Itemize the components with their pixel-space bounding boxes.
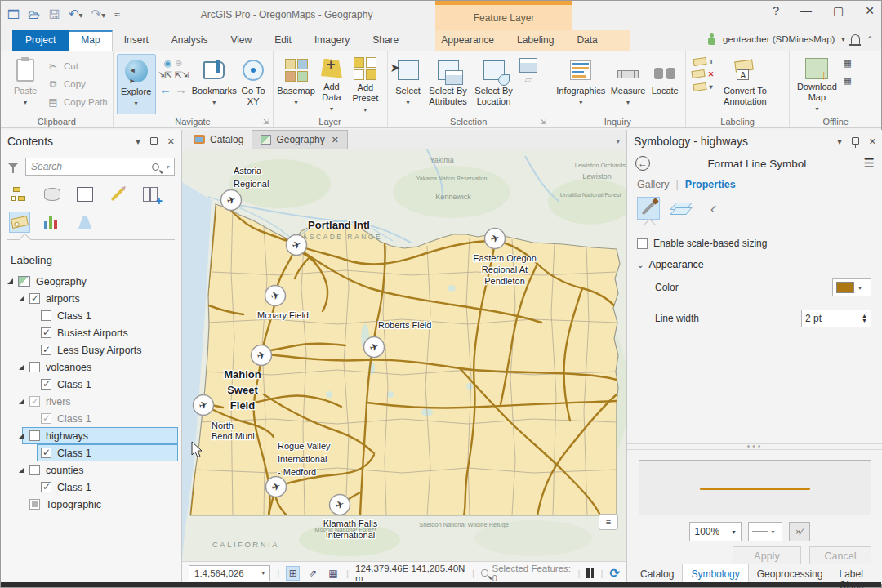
select-button[interactable]: ➤ Select▾ — [391, 54, 425, 114]
layer-tree-item-class-1[interactable]: Class 1 — [1, 307, 181, 324]
tab-data[interactable]: Data — [565, 30, 608, 51]
signed-in-user[interactable]: geoteacher (SDMinesMap) — [723, 34, 835, 44]
layer-checkbox[interactable] — [29, 362, 40, 372]
go-to-xy-button[interactable]: Go To XY — [238, 54, 270, 114]
preview-style-dropdown[interactable]: ▾ — [748, 522, 782, 541]
refresh-map-icon[interactable]: ⟳ — [609, 566, 620, 581]
expand-icon[interactable] — [19, 296, 24, 301]
preview-toggle-button[interactable]: ×∕ — [789, 522, 810, 541]
contents-pin-icon[interactable] — [150, 137, 158, 145]
fixed-zoom-in-icon[interactable]: ⇲⇱ — [158, 70, 172, 81]
list-by-perspective-icon[interactable] — [74, 212, 96, 233]
layer-checkbox[interactable] — [29, 293, 40, 304]
coordinate-readout[interactable]: 124,379.46E 141,285.40N m — [355, 564, 466, 583]
locate-button[interactable]: Locate — [648, 54, 682, 114]
list-by-charts-icon[interactable] — [42, 212, 63, 233]
expand-icon[interactable] — [19, 399, 24, 404]
tab-view[interactable]: View — [219, 30, 263, 51]
redo-icon[interactable]: ↷▾ — [91, 7, 106, 21]
close-button[interactable]: ✕ — [865, 4, 875, 17]
copy-path-button[interactable]: ▤Copy Path — [47, 95, 108, 109]
dock-tab-symbology[interactable]: Symbology — [682, 564, 748, 584]
clear-selection-icon[interactable]: ▱ — [524, 74, 531, 85]
layer-checkbox[interactable] — [41, 448, 51, 458]
contents-search-input[interactable]: Search ▾ — [25, 158, 175, 176]
view-tab-list-icon[interactable]: ▾ — [616, 137, 620, 145]
layer-tree-item-less-busy-airports[interactable]: Less Busy Airports — [1, 341, 181, 359]
preview-zoom-dropdown[interactable]: 100%▾ — [689, 522, 742, 541]
layer-tree-item-highways[interactable]: highways — [1, 427, 181, 444]
notifications-icon[interactable] — [851, 34, 860, 44]
symbology-menu-icon[interactable]: ▾ — [837, 136, 842, 147]
attribute-table-icon[interactable] — [519, 58, 537, 73]
maximize-button[interactable]: ▢ — [833, 4, 844, 17]
layers-tab-icon[interactable] — [670, 197, 693, 220]
globe-icon[interactable]: ◉ — [164, 58, 172, 69]
list-by-drawing-order-icon[interactable] — [9, 184, 30, 205]
list-by-data-source-icon[interactable] — [42, 184, 63, 205]
save-icon[interactable]: 🖫 — [48, 7, 60, 21]
layer-tree-item-geography[interactable]: Geography — [1, 273, 181, 290]
fixed-zoom-out-icon[interactable]: ⇱⇲ — [175, 70, 188, 81]
contents-menu-icon[interactable]: ▾ — [136, 136, 140, 147]
tab-labeling[interactable]: Labeling — [506, 30, 565, 51]
download-map-button[interactable]: Download Map▾ — [793, 54, 840, 114]
spin-down-icon[interactable]: ▼ — [862, 318, 867, 323]
layer-tree-item-rivers[interactable]: rivers — [1, 393, 181, 410]
paste-button[interactable]: Paste▾ — [4, 54, 47, 114]
more-labels-icon[interactable] — [693, 82, 706, 91]
panel-options-icon[interactable]: ☰ — [864, 156, 875, 171]
tab-analysis[interactable]: Analysis — [160, 30, 220, 51]
panel-splitter[interactable]: ••• — [627, 443, 882, 450]
dock-tab-label-class[interactable]: Label Class — [831, 564, 882, 584]
help-button[interactable]: ? — [773, 4, 779, 17]
tab-share[interactable]: Share — [361, 30, 410, 51]
layer-checkbox[interactable] — [41, 345, 51, 355]
dock-tab-geoprocessing[interactable]: Geoprocessing — [749, 564, 831, 584]
previous-extent-icon[interactable]: ← — [159, 82, 172, 96]
view-tab-geography[interactable]: Geography ✕ — [252, 130, 348, 149]
bookmarks-button[interactable]: Bookmarks▾ — [191, 54, 238, 114]
structure-tab-icon[interactable]: ⌐ — [702, 197, 725, 220]
filter-icon[interactable] — [7, 163, 19, 171]
copy-button[interactable]: ⧉Copy — [47, 77, 108, 91]
dock-tab-catalog[interactable]: Catalog — [632, 564, 682, 584]
infographics-button[interactable]: Infographics▾ — [554, 54, 608, 114]
symbology-close-icon[interactable]: ✕ — [869, 136, 876, 147]
map-canvas[interactable]: YakimaKennewickLewistonLewiston Orchards… — [182, 149, 626, 561]
list-by-display-icon[interactable] — [74, 184, 96, 205]
back-icon[interactable]: ← — [635, 156, 650, 171]
appearance-collapse-icon[interactable]: ⌄ — [637, 261, 644, 270]
user-dropdown-icon[interactable]: ▾ — [841, 36, 844, 43]
sync-map-icon[interactable]: ▦ — [843, 58, 851, 69]
layer-checkbox[interactable] — [41, 310, 51, 321]
layer-tree-item-busiest-airports[interactable]: Busiest Airports — [1, 324, 181, 341]
select-by-attributes-button[interactable]: Select By Attributes — [425, 54, 471, 114]
layer-checkbox[interactable] — [29, 396, 40, 407]
tab-gallery[interactable]: Gallery — [637, 179, 670, 190]
tab-edit[interactable]: Edit — [263, 30, 303, 51]
expand-icon[interactable] — [19, 467, 24, 473]
close-view-icon[interactable]: ✕ — [332, 135, 339, 145]
layer-checkbox[interactable] — [29, 430, 40, 441]
zoom-selection-icon[interactable]: ⊕ — [175, 58, 182, 69]
add-preset-button[interactable]: Add Preset▾ — [347, 54, 383, 114]
grid-icon[interactable]: ▦ — [327, 566, 341, 581]
explore-button[interactable]: Explore▾ — [117, 54, 156, 114]
layer-checkbox[interactable] — [41, 413, 51, 424]
select-by-location-button[interactable]: Select By Location — [471, 54, 517, 114]
new-project-icon[interactable]: 🗔 — [7, 7, 20, 21]
enable-scale-based-sizing-checkbox[interactable] — [637, 238, 648, 249]
snapping-icon[interactable]: ⇗ — [306, 566, 320, 581]
color-picker[interactable]: ▾ — [832, 278, 871, 296]
no-labels-icon[interactable] — [691, 69, 705, 78]
layer-checkbox[interactable] — [41, 327, 51, 338]
symbology-pin-icon[interactable] — [852, 137, 859, 145]
attribution-expand-button[interactable]: ≡ — [599, 514, 618, 530]
tab-map[interactable]: Map — [69, 30, 112, 51]
expand-icon[interactable] — [19, 433, 24, 439]
layer-tree-item-class-1[interactable]: Class 1 — [1, 479, 181, 496]
layer-checkbox[interactable] — [41, 482, 51, 492]
list-by-snapping-icon[interactable] — [140, 184, 161, 205]
undo-icon[interactable]: ↶▾ — [69, 7, 83, 21]
